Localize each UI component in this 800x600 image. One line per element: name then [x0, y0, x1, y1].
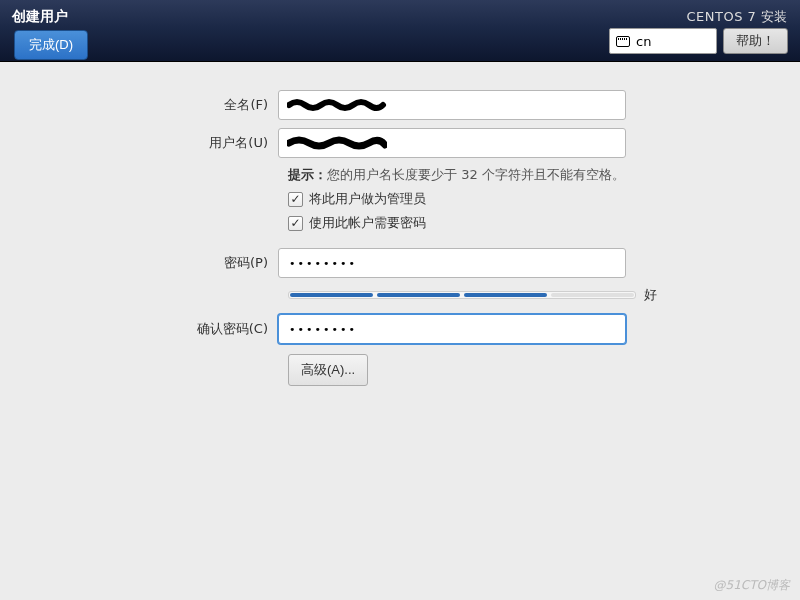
confirm-password-input[interactable]: ••••••••	[278, 314, 626, 344]
require-password-checkbox-label: 使用此帐户需要密码	[309, 214, 426, 232]
form-area: 全名(F) 用户名(U) 提示：您的用户名长度要少于 32 个字符并且不能有空格…	[0, 62, 800, 386]
fullname-label: 全名(F)	[80, 96, 278, 114]
require-password-checkbox[interactable]	[288, 216, 303, 231]
admin-checkbox-label: 将此用户做为管理员	[309, 190, 426, 208]
confirm-password-row: 确认密码(C) ••••••••	[80, 314, 710, 344]
fullname-row: 全名(F)	[80, 90, 710, 120]
fullname-input[interactable]	[278, 90, 626, 120]
password-strength-label: 好	[644, 286, 657, 304]
password-row: 密码(P) ••••••••	[80, 248, 710, 278]
password-strength-row: 好	[288, 286, 710, 304]
password-input[interactable]: ••••••••	[278, 248, 626, 278]
hint-prefix: 提示：	[288, 167, 327, 182]
installer-title: CENTOS 7 安装	[687, 8, 788, 26]
password-label: 密码(P)	[80, 254, 278, 272]
strength-segment	[464, 293, 547, 297]
advanced-button[interactable]: 高级(A)...	[288, 354, 368, 386]
keyboard-layout-selector[interactable]: cn	[609, 28, 717, 54]
redacted-text	[287, 134, 387, 152]
advanced-row: 高级(A)...	[288, 354, 710, 386]
strength-segment	[551, 293, 634, 297]
watermark: @51CTO博客	[714, 577, 790, 594]
header-right: cn 帮助！	[609, 28, 788, 54]
done-button[interactable]: 完成(D)	[14, 30, 88, 60]
admin-checkbox-row: 将此用户做为管理员	[288, 190, 710, 208]
redacted-text	[287, 97, 387, 113]
username-row: 用户名(U)	[80, 128, 710, 158]
help-button[interactable]: 帮助！	[723, 28, 788, 54]
strength-segment	[377, 293, 460, 297]
username-hint: 提示：您的用户名长度要少于 32 个字符并且不能有空格。	[288, 166, 625, 184]
admin-checkbox[interactable]	[288, 192, 303, 207]
header-bar: 创建用户 完成(D) CENTOS 7 安装 cn 帮助！	[0, 0, 800, 62]
keyboard-layout-value: cn	[636, 34, 651, 49]
keyboard-icon	[616, 36, 630, 47]
username-input[interactable]	[278, 128, 626, 158]
password-strength-bar	[288, 291, 636, 299]
confirm-password-label: 确认密码(C)	[80, 320, 278, 338]
password-value: ••••••••	[287, 257, 357, 270]
page-title: 创建用户	[12, 8, 68, 26]
hint-body: 您的用户名长度要少于 32 个字符并且不能有空格。	[327, 167, 625, 182]
confirm-password-value: ••••••••	[287, 323, 357, 336]
username-hint-row: 提示：您的用户名长度要少于 32 个字符并且不能有空格。	[80, 166, 710, 184]
username-label: 用户名(U)	[80, 134, 278, 152]
require-password-checkbox-row: 使用此帐户需要密码	[288, 214, 710, 232]
strength-segment	[290, 293, 373, 297]
